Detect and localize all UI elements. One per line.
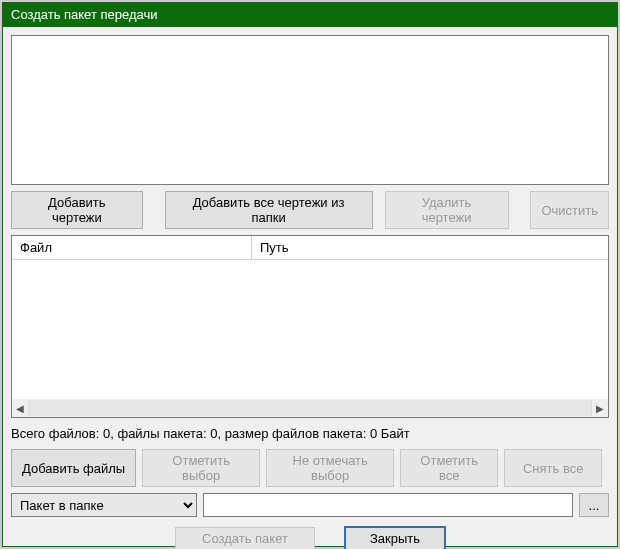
uncheck-all-button[interactable]: Снять все — [504, 449, 602, 487]
table-header: Файл Путь — [12, 236, 608, 260]
destination-row: Пакет в папке ... — [11, 493, 609, 517]
unmark-selection-button[interactable]: Не отмечать выбор — [266, 449, 394, 487]
create-package-button[interactable]: Создать пакет — [175, 527, 315, 549]
delete-drawings-button[interactable]: Удалить чертежи — [385, 191, 509, 229]
files-table: Файл Путь ◀ ▶ — [11, 235, 609, 418]
footer-buttons: Создать пакет Закрыть — [11, 523, 609, 549]
drawings-toolbar: Добавить чертежи Добавить все чертежи из… — [11, 191, 609, 229]
col-path-header[interactable]: Путь — [252, 236, 608, 259]
close-button[interactable]: Закрыть — [345, 527, 445, 549]
add-files-button[interactable]: Добавить файлы — [11, 449, 136, 487]
spacer — [149, 191, 159, 229]
dialog-content: Добавить чертежи Добавить все чертежи из… — [3, 27, 617, 549]
dialog-window: Создать пакет передачи Добавить чертежи … — [2, 2, 618, 547]
browse-button[interactable]: ... — [579, 493, 609, 517]
spacer — [515, 191, 525, 229]
files-toolbar: Добавить файлы Отметить выбор Не отмечат… — [11, 449, 609, 487]
destination-path-input[interactable] — [203, 493, 573, 517]
table-body[interactable] — [12, 260, 608, 399]
package-mode-select[interactable]: Пакет в папке — [11, 493, 197, 517]
scroll-track[interactable] — [28, 400, 592, 416]
scroll-right-icon[interactable]: ▶ — [592, 400, 608, 416]
mark-selection-button[interactable]: Отметить выбор — [142, 449, 260, 487]
status-line: Всего файлов: 0, файлы пакета: 0, размер… — [11, 424, 609, 443]
horizontal-scrollbar[interactable]: ◀ ▶ — [12, 399, 608, 417]
scroll-left-icon[interactable]: ◀ — [12, 400, 28, 416]
clear-button[interactable]: Очистить — [530, 191, 609, 229]
top-listbox[interactable] — [11, 35, 609, 185]
col-file-header[interactable]: Файл — [12, 236, 252, 259]
add-all-from-folder-button[interactable]: Добавить все чертежи из папки — [165, 191, 373, 229]
add-drawings-button[interactable]: Добавить чертежи — [11, 191, 143, 229]
mark-all-button[interactable]: Отметить все — [400, 449, 498, 487]
titlebar[interactable]: Создать пакет передачи — [3, 3, 617, 27]
window-title: Создать пакет передачи — [11, 7, 158, 22]
